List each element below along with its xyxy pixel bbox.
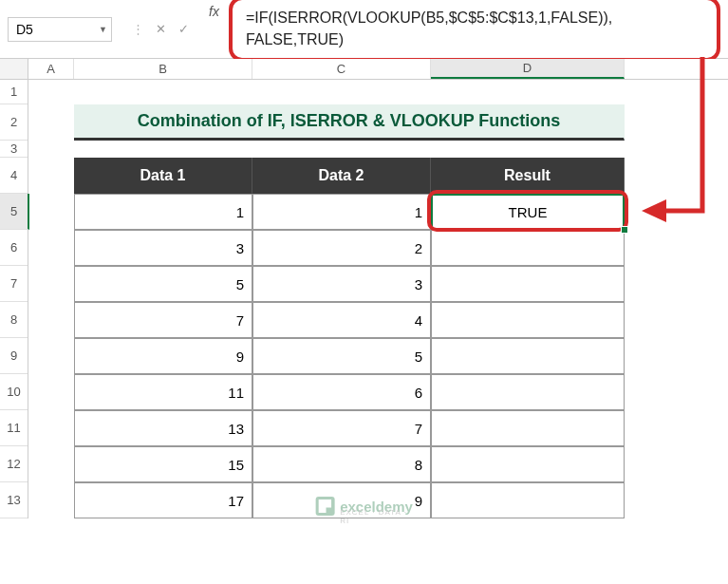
header-data2[interactable]: Data 2 xyxy=(252,158,431,194)
watermark-subtext: EXCEL · DATA · RI xyxy=(340,508,413,525)
cell-B10[interactable]: 11 xyxy=(74,374,252,410)
cell-C12[interactable]: 8 xyxy=(252,446,431,482)
row-header-4[interactable]: 4 xyxy=(0,158,28,194)
cell-C7[interactable]: 3 xyxy=(252,266,431,302)
row-header-8[interactable]: 8 xyxy=(0,302,28,338)
formula-bar-row: D5 ▼ ⋮ ✕ ✓ fx =IF(ISERROR(VLOOKUP(B5,$C$… xyxy=(0,0,728,59)
row-header-9[interactable]: 9 xyxy=(0,338,28,374)
col-header-D[interactable]: D xyxy=(431,59,625,79)
arrow-head-icon xyxy=(642,199,666,222)
cell-B11[interactable]: 13 xyxy=(74,410,252,446)
cells-area[interactable]: Combination of IF, ISERROR & VLOOKUP Fun… xyxy=(28,80,625,518)
cell-C9[interactable]: 5 xyxy=(252,338,431,374)
watermark: exceldemy EXCEL · DATA · RI xyxy=(315,497,413,516)
row-header-3[interactable]: 3 xyxy=(0,141,28,158)
formula-input[interactable]: =IF(ISERROR(VLOOKUP(B5,$C$5:$C$13,1,FALS… xyxy=(229,0,720,62)
cancel-icon[interactable]: ✕ xyxy=(150,19,171,40)
row-header-10[interactable]: 10 xyxy=(0,374,28,410)
title-cell[interactable]: Combination of IF, ISERROR & VLOOKUP Fun… xyxy=(74,104,625,141)
cell-B9[interactable]: 9 xyxy=(74,338,252,374)
dots-icon: ⋮ xyxy=(127,19,148,40)
name-box-value: D5 xyxy=(16,22,33,37)
cell-D10[interactable] xyxy=(431,374,625,410)
cell-D12[interactable] xyxy=(431,446,625,482)
fx-icon[interactable]: fx xyxy=(209,4,219,19)
name-box[interactable]: D5 ▼ xyxy=(8,17,112,42)
chevron-down-icon[interactable]: ▼ xyxy=(99,25,107,34)
cell-D5[interactable]: TRUE xyxy=(431,194,625,230)
cell-B12[interactable]: 15 xyxy=(74,446,252,482)
cell-D6[interactable] xyxy=(431,230,625,266)
select-all-corner[interactable] xyxy=(0,59,28,79)
cell-D8[interactable] xyxy=(431,302,625,338)
cell-B13[interactable]: 17 xyxy=(74,482,252,518)
row-header-7[interactable]: 7 xyxy=(0,266,28,302)
cell-C10[interactable]: 6 xyxy=(252,374,431,410)
cell-D9[interactable] xyxy=(431,338,625,374)
row-header-1[interactable]: 1 xyxy=(0,80,28,104)
row-header-11[interactable]: 11 xyxy=(0,410,28,446)
spreadsheet: A B C D 1 2 3 4 5 6 7 8 9 10 11 12 13 Co… xyxy=(0,59,728,518)
col-header-A[interactable]: A xyxy=(28,59,74,79)
row-header-6[interactable]: 6 xyxy=(0,230,28,266)
row-header-13[interactable]: 13 xyxy=(0,482,28,518)
formula-bar-wrap: fx =IF(ISERROR(VLOOKUP(B5,$C$5:$C$13,1,F… xyxy=(209,0,720,62)
col-header-B[interactable]: B xyxy=(74,59,252,79)
header-data1[interactable]: Data 1 xyxy=(74,158,252,194)
cell-C11[interactable]: 7 xyxy=(252,410,431,446)
watermark-icon xyxy=(315,497,334,516)
cell-B6[interactable]: 3 xyxy=(74,230,252,266)
cell-B5[interactable]: 1 xyxy=(74,194,252,230)
formula-bar-buttons: ⋮ ✕ ✓ xyxy=(127,19,194,40)
row-header-12[interactable]: 12 xyxy=(0,446,28,482)
cell-D7[interactable] xyxy=(431,266,625,302)
row-headers: 1 2 3 4 5 6 7 8 9 10 11 12 13 xyxy=(0,80,28,518)
cell-D11[interactable] xyxy=(431,410,625,446)
column-headers: A B C D xyxy=(0,59,728,80)
header-result[interactable]: Result xyxy=(431,158,625,194)
cell-D13[interactable] xyxy=(431,482,625,518)
cell-C5[interactable]: 1 xyxy=(252,194,431,230)
row-header-2[interactable]: 2 xyxy=(0,104,28,141)
row-header-5[interactable]: 5 xyxy=(0,194,29,230)
cell-B7[interactable]: 5 xyxy=(74,266,252,302)
grid-body: 1 2 3 4 5 6 7 8 9 10 11 12 13 Combinatio… xyxy=(0,80,728,518)
cell-C8[interactable]: 4 xyxy=(252,302,431,338)
check-icon[interactable]: ✓ xyxy=(173,19,194,40)
fill-handle[interactable] xyxy=(621,226,628,234)
cell-B8[interactable]: 7 xyxy=(74,302,252,338)
cell-C6[interactable]: 2 xyxy=(252,230,431,266)
col-header-C[interactable]: C xyxy=(252,59,431,79)
